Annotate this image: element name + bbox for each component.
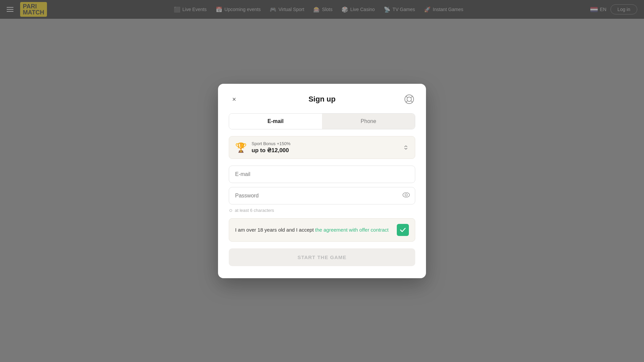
- bonus-title: Sport Bonus +150%: [252, 141, 290, 146]
- email-input[interactable]: [229, 166, 415, 183]
- modal-title: Sign up: [309, 95, 336, 104]
- checkmark-icon: [399, 227, 406, 233]
- password-hint: at least 6 characters: [229, 208, 415, 213]
- bonus-banner[interactable]: 🏆 Sport Bonus +150% up to ₴12,000: [229, 136, 415, 159]
- modal-overlay: × Sign up E-mail Phone 🏆: [0, 0, 644, 362]
- support-button[interactable]: [403, 93, 415, 105]
- svg-line-3: [411, 96, 413, 98]
- trophy-icon: 🏆: [235, 142, 247, 153]
- tab-phone[interactable]: Phone: [322, 114, 415, 129]
- signup-modal: × Sign up E-mail Phone 🏆: [218, 84, 426, 278]
- eye-icon: [402, 192, 410, 198]
- toggle-password-button[interactable]: [402, 192, 410, 199]
- svg-line-4: [406, 101, 408, 102]
- svg-point-7: [405, 194, 408, 196]
- password-wrapper: [229, 187, 415, 204]
- bonus-amount: up to ₴12,000: [252, 147, 290, 154]
- support-icon: [404, 94, 414, 104]
- tab-email[interactable]: E-mail: [229, 114, 322, 129]
- modal-header: × Sign up: [229, 93, 415, 105]
- bonus-left: 🏆 Sport Bonus +150% up to ₴12,000: [235, 141, 290, 154]
- svg-point-6: [403, 193, 410, 197]
- svg-line-5: [411, 101, 413, 102]
- agreement-text: I am over 18 years old and I accept the …: [235, 226, 388, 234]
- bonus-info: Sport Bonus +150% up to ₴12,000: [252, 141, 290, 154]
- submit-button[interactable]: START THE GAME: [229, 248, 415, 266]
- tab-container: E-mail Phone: [229, 113, 415, 129]
- bonus-expand-icon: [403, 144, 409, 150]
- close-button[interactable]: ×: [229, 94, 239, 105]
- svg-line-2: [406, 96, 408, 98]
- agreement-checkbox[interactable]: [397, 224, 409, 236]
- hint-dot-icon: [229, 209, 232, 212]
- password-input[interactable]: [229, 187, 415, 204]
- agreement-box: I am over 18 years old and I accept the …: [229, 218, 415, 242]
- agreement-link[interactable]: the agreement with offer contract: [315, 227, 388, 233]
- svg-point-1: [407, 97, 411, 101]
- svg-point-0: [405, 95, 414, 104]
